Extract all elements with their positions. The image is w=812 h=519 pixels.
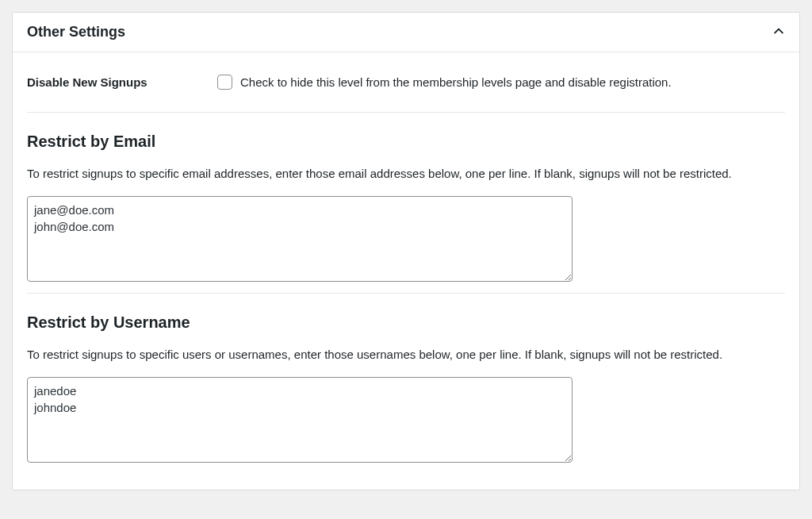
panel-body: Disable New Signups Check to hide this l…: [13, 52, 799, 490]
panel-title: Other Settings: [27, 24, 125, 40]
disable-signups-label: Disable New Signups: [27, 75, 217, 89]
disable-signups-description: Check to hide this level from the member…: [240, 75, 672, 89]
restrict-email-description: To restrict signups to specific email ad…: [27, 165, 785, 182]
restrict-email-heading: Restrict by Email: [27, 133, 785, 151]
panel-header-toggle[interactable]: Other Settings: [13, 13, 799, 52]
restrict-username-section: Restrict by Username To restrict signups…: [27, 294, 785, 474]
restrict-username-heading: Restrict by Username: [27, 313, 785, 332]
disable-signups-row: Disable New Signups Check to hide this l…: [27, 52, 785, 112]
restrict-username-textarea[interactable]: [27, 377, 573, 463]
restrict-email-textarea[interactable]: [27, 196, 573, 282]
disable-signups-checkbox[interactable]: [217, 75, 232, 90]
other-settings-panel: Other Settings Disable New Signups Check…: [12, 12, 800, 490]
disable-signups-control: Check to hide this level from the member…: [217, 75, 672, 90]
chevron-up-icon: [772, 25, 785, 40]
restrict-username-description: To restrict signups to specific users or…: [27, 346, 785, 363]
restrict-email-section: Restrict by Email To restrict signups to…: [27, 113, 785, 293]
